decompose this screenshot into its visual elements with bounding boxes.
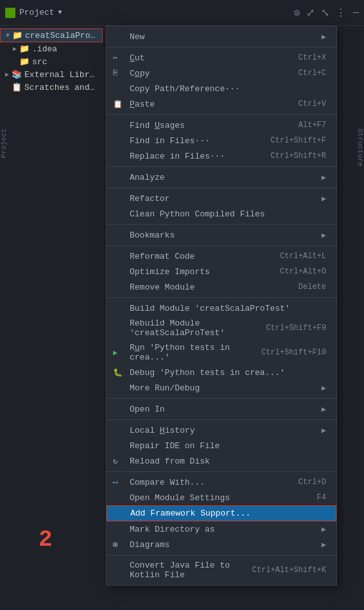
sidebar-item-external-libraries[interactable]: ▶ 📚 External Libraries bbox=[0, 68, 103, 81]
menu-item-label: Replace in Files··· bbox=[130, 152, 261, 161]
menu-item-analyze[interactable]: Analyze ▶ bbox=[107, 170, 336, 185]
sidebar-item-label: Scratches and Co bbox=[24, 83, 98, 92]
menu-item-paste[interactable]: 📋 Paste Ctrl+V bbox=[107, 96, 336, 112]
cut-icon: ✂ bbox=[113, 53, 117, 63]
submenu-arrow-icon: ▶ bbox=[322, 32, 326, 42]
sidebar-item-scratches[interactable]: ▶ 📋 Scratches and Co bbox=[0, 81, 103, 94]
menu-item-replace-in-files[interactable]: Replace in Files··· Ctrl+Shift+R bbox=[107, 148, 336, 164]
menu-item-label: Paste bbox=[130, 100, 288, 109]
menu-separator bbox=[107, 224, 336, 225]
menu-item-rebuild-module[interactable]: Rebuild Module 'creatScalaProTest' Ctrl+… bbox=[107, 316, 336, 340]
menu-separator bbox=[107, 398, 336, 399]
menu-separator bbox=[107, 114, 336, 115]
menu-item-label: Bookmarks bbox=[130, 231, 322, 240]
submenu-arrow-icon: ▶ bbox=[322, 231, 326, 240]
sidebar-item-project[interactable]: ▼ 📁 creatScalaProTe bbox=[0, 28, 103, 42]
search-icon[interactable]: ⊙ bbox=[294, 6, 300, 19]
menu-item-label: Diagrams bbox=[130, 540, 322, 550]
menu-item-label: Local History bbox=[130, 426, 322, 435]
menu-item-refactor[interactable]: Refactor ▶ bbox=[107, 191, 336, 206]
shortcut-label: Ctrl+Shift+F bbox=[271, 136, 326, 145]
project-label[interactable]: Project bbox=[19, 8, 55, 17]
more-options-icon[interactable]: ⋮ bbox=[336, 6, 346, 19]
menu-separator bbox=[107, 419, 336, 420]
sidebar-item-idea[interactable]: ▶ 📁 .idea bbox=[0, 42, 103, 55]
menu-item-remove-module[interactable]: Remove Module Delete bbox=[107, 279, 336, 295]
sidebar-item-label: External Libraries bbox=[24, 70, 98, 80]
side-label-right: Structure bbox=[356, 128, 364, 166]
submenu-arrow-icon: ▶ bbox=[322, 426, 326, 435]
menu-item-label: Refactor bbox=[130, 194, 322, 204]
collapse-icon[interactable]: ⤡ bbox=[321, 6, 329, 19]
menu-item-new[interactable]: New ▶ bbox=[107, 29, 336, 44]
submenu-arrow-icon: ▶ bbox=[322, 525, 326, 534]
menu-item-reformat-code[interactable]: Reformat Code Ctrl+Alt+L bbox=[107, 248, 336, 264]
folder-icon: 📁 bbox=[12, 30, 22, 40]
submenu-arrow-icon: ▶ bbox=[322, 540, 326, 550]
menu-item-run-python[interactable]: ▶ Run 'Python tests in crea...' Ctrl+Shi… bbox=[107, 340, 336, 365]
menu-item-add-framework[interactable]: Add Framework Support... bbox=[107, 505, 336, 521]
shortcut-label: Ctrl+D bbox=[299, 478, 326, 487]
sidebar-item-src[interactable]: ▶ 📁 src bbox=[0, 55, 103, 68]
menu-item-diagrams[interactable]: ⊞ Diagrams ▶ bbox=[107, 537, 336, 552]
menu-item-cut[interactable]: ✂ Cut Ctrl+X bbox=[107, 50, 336, 65]
menu-item-clean-python[interactable]: Clean Python Compiled Files bbox=[107, 206, 336, 222]
menu-item-label: Cut bbox=[130, 53, 288, 63]
library-icon: 📚 bbox=[12, 69, 22, 80]
chevron-icon: ▶ bbox=[5, 71, 9, 78]
sidebar: ▼ 📁 creatScalaProTe ▶ 📁 .idea ▶ 📁 src ▶ … bbox=[0, 26, 103, 610]
menu-item-label: Open Module Settings bbox=[130, 493, 307, 503]
menu-item-label: Compare With... bbox=[130, 478, 288, 487]
shortcut-label: Ctrl+C bbox=[299, 69, 326, 78]
shortcut-label: Delete bbox=[299, 283, 326, 292]
menu-item-debug-python[interactable]: 🐛 Debug 'Python tests in crea...' bbox=[107, 365, 336, 380]
submenu-arrow-icon: ▶ bbox=[322, 194, 326, 204]
menu-item-local-history[interactable]: Local History ▶ bbox=[107, 423, 336, 438]
menu-item-convert-java[interactable]: Convert Java File to Kotlin File Ctrl+Al… bbox=[107, 558, 336, 582]
toolbar-left: Project ▼ bbox=[5, 8, 62, 18]
menu-item-copy[interactable]: ⎘ Copy Ctrl+C bbox=[107, 65, 336, 81]
compare-icon: ⟷ bbox=[113, 478, 117, 487]
paste-icon: 📋 bbox=[113, 100, 123, 109]
menu-item-build-module[interactable]: Build Module 'creatScalaProTest' bbox=[107, 301, 336, 316]
menu-item-find-in-files[interactable]: Find in Files··· Ctrl+Shift+F bbox=[107, 133, 336, 148]
run-icon: ▶ bbox=[113, 348, 117, 358]
menu-item-reload-from-disk[interactable]: ↻ Reload from Disk bbox=[107, 453, 336, 469]
menu-item-label: Repair IDE on File bbox=[130, 441, 326, 451]
folder-icon: 📁 bbox=[19, 44, 30, 54]
menu-item-open-in[interactable]: Open In ▶ bbox=[107, 401, 336, 417]
menu-separator bbox=[107, 187, 336, 188]
menu-item-label: Convert Java File to Kotlin File bbox=[130, 561, 242, 580]
menu-item-mark-directory[interactable]: Mark Directory as ▶ bbox=[107, 521, 336, 537]
menu-item-repair-ide[interactable]: Repair IDE on File bbox=[107, 438, 336, 453]
debug-icon: 🐛 bbox=[113, 368, 123, 378]
menu-item-compare-with[interactable]: ⟷ Compare With... Ctrl+D bbox=[107, 475, 336, 490]
menu-separator bbox=[107, 47, 336, 48]
menu-item-label: Build Module 'creatScalaProTest' bbox=[130, 304, 326, 313]
menu-item-label: Rebuild Module 'creatScalaProTest' bbox=[130, 318, 256, 338]
menu-item-optimize-imports[interactable]: Optimize Imports Ctrl+Alt+O bbox=[107, 264, 336, 279]
menu-item-more-run[interactable]: More Run/Debug ▶ bbox=[107, 380, 336, 396]
arrow-annotation: 2 bbox=[39, 527, 53, 553]
menu-item-label: Remove Module bbox=[130, 283, 288, 292]
submenu-arrow-icon: ▶ bbox=[322, 383, 326, 393]
shortcut-label: Ctrl+Shift+F9 bbox=[266, 324, 326, 333]
shortcut-label: Ctrl+Alt+Shift+K bbox=[252, 566, 326, 575]
menu-item-label: New bbox=[130, 32, 322, 42]
minimize-icon[interactable]: — bbox=[352, 7, 359, 19]
menu-item-label: Mark Directory as bbox=[130, 525, 322, 534]
submenu-arrow-icon: ▶ bbox=[322, 405, 326, 414]
expand-icon[interactable]: ⤢ bbox=[306, 6, 315, 19]
sidebar-item-label: .idea bbox=[32, 44, 57, 54]
menu-item-copy-path[interactable]: Copy Path/Reference··· bbox=[107, 81, 336, 96]
menu-item-label: Add Framework Support... bbox=[130, 509, 325, 518]
menu-item-bookmarks[interactable]: Bookmarks ▶ bbox=[107, 227, 336, 243]
project-icon bbox=[5, 8, 15, 18]
menu-item-label: Copy Path/Reference··· bbox=[130, 84, 326, 94]
toolbar-right: ⊙ ⤢ ⤡ ⋮ — bbox=[294, 6, 359, 19]
side-label-left: Project bbox=[0, 128, 8, 158]
svg-rect-0 bbox=[7, 10, 13, 16]
menu-item-open-module-settings[interactable]: Open Module Settings F4 bbox=[107, 490, 336, 505]
menu-item-find-usages[interactable]: Find Usages Alt+F7 bbox=[107, 118, 336, 133]
dropdown-arrow-icon[interactable]: ▼ bbox=[58, 9, 62, 16]
